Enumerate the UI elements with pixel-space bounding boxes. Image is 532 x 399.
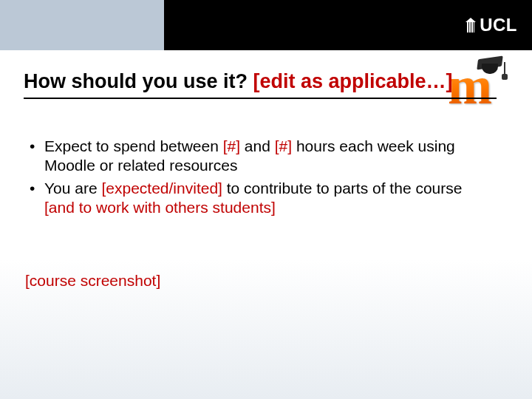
title-underline [24,98,497,99]
bullet-placeholder: [#] [275,137,292,154]
bullet-placeholder: [#] [223,137,240,154]
ucl-logo-text: UCL [480,15,517,35]
portico-icon [466,18,476,33]
slide-content: Expect to spend between [#] and [#] hour… [25,137,483,220]
slide-title: How should you use it? [edit as applicab… [24,70,497,93]
slide-title-area: How should you use it? [edit as applicab… [24,70,497,99]
header-dark-block: UCL [164,0,532,50]
title-plain: How should you use it? [24,70,253,92]
ucl-logo: UCL [466,15,517,35]
title-editable: [edit as applicable…] [253,70,453,92]
list-item: You are [expected/invited] to contribute… [25,179,483,218]
bullet-text: You are [44,180,101,197]
bullet-placeholder: [expected/invited] [101,180,222,197]
bullet-placeholder: [and to work with others students] [44,199,276,216]
bullet-text: and [240,137,275,154]
header-bar: UCL [0,0,532,50]
list-item: Expect to spend between [#] and [#] hour… [25,137,483,176]
header-accent-block [0,0,164,50]
bullet-text: to contribute to parts of the course [222,180,463,197]
bullet-text: Expect to spend between [44,137,223,154]
bullet-list: Expect to spend between [#] and [#] hour… [25,137,483,217]
screenshot-placeholder: [course screenshot] [25,272,160,290]
